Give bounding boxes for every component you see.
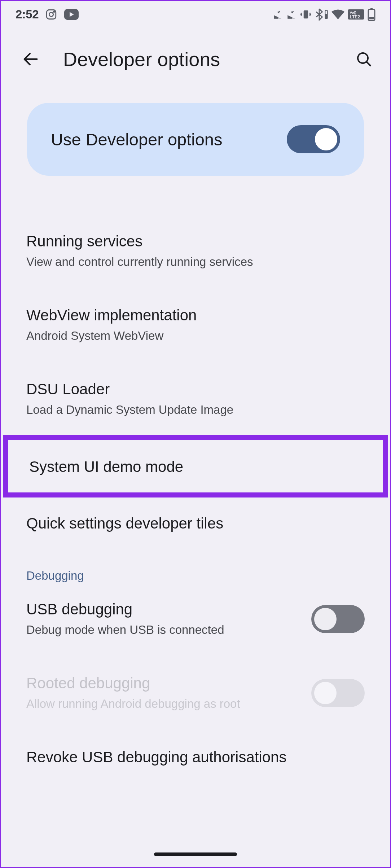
item-title: WebView implementation bbox=[26, 306, 365, 325]
bluetooth-icon bbox=[315, 8, 328, 21]
item-title: Quick settings developer tiles bbox=[26, 514, 365, 533]
item-title: System UI demo mode bbox=[29, 457, 362, 477]
search-icon bbox=[355, 51, 373, 68]
master-toggle-card[interactable]: Use Developer options bbox=[27, 103, 364, 176]
svg-rect-6 bbox=[325, 14, 328, 19]
vibrate-icon bbox=[300, 9, 311, 20]
rooted-debugging-switch bbox=[311, 679, 365, 707]
switch-knob bbox=[314, 608, 337, 630]
item-usb-debugging[interactable]: USB debugging Debug mode when USB is con… bbox=[1, 587, 390, 652]
svg-text:Vo)): Vo)) bbox=[350, 10, 356, 14]
item-subtitle: View and control currently running servi… bbox=[26, 254, 365, 270]
item-title: USB debugging bbox=[26, 600, 303, 619]
item-revoke-usb-auth[interactable]: Revoke USB debugging authorisations bbox=[1, 735, 390, 781]
back-button[interactable] bbox=[20, 48, 41, 70]
call-icon-2 bbox=[287, 9, 297, 19]
item-rooted-debugging: Rooted debugging Allow running Android d… bbox=[1, 661, 390, 725]
item-title: Rooted debugging bbox=[26, 674, 303, 693]
item-quick-settings-tiles[interactable]: Quick settings developer tiles bbox=[1, 501, 390, 547]
master-toggle-label: Use Developer options bbox=[51, 130, 223, 149]
status-right: Vo))LTE2 bbox=[273, 8, 375, 21]
svg-rect-4 bbox=[304, 10, 308, 19]
switch-knob bbox=[315, 128, 337, 150]
item-webview-implementation[interactable]: WebView implementation Android System We… bbox=[1, 293, 390, 358]
call-icon bbox=[273, 9, 283, 19]
item-running-services[interactable]: Running services View and control curren… bbox=[1, 219, 390, 284]
page-title: Developer options bbox=[63, 48, 331, 70]
item-system-ui-demo-mode[interactable]: System UI demo mode bbox=[3, 435, 388, 497]
item-title: Revoke USB debugging authorisations bbox=[26, 748, 365, 767]
item-dsu-loader[interactable]: DSU Loader Load a Dynamic System Update … bbox=[1, 367, 390, 431]
battery-icon bbox=[368, 8, 375, 21]
arrow-left-icon bbox=[21, 50, 40, 69]
item-title: DSU Loader bbox=[26, 380, 365, 399]
instagram-icon bbox=[45, 8, 57, 21]
status-time: 2:52 bbox=[16, 8, 39, 21]
item-subtitle: Android System WebView bbox=[26, 328, 365, 344]
svg-point-2 bbox=[53, 11, 54, 12]
wifi-icon bbox=[331, 9, 344, 19]
section-header-debugging: Debugging bbox=[1, 547, 390, 587]
svg-point-1 bbox=[49, 12, 53, 16]
search-button[interactable] bbox=[353, 48, 375, 70]
status-left: 2:52 bbox=[16, 8, 79, 21]
svg-rect-12 bbox=[369, 17, 374, 19]
app-bar: Developer options bbox=[1, 26, 390, 81]
item-title: Running services bbox=[26, 232, 365, 251]
youtube-icon bbox=[64, 9, 79, 20]
usb-debugging-switch[interactable] bbox=[311, 605, 365, 633]
home-indicator[interactable] bbox=[154, 852, 237, 856]
master-toggle-switch[interactable] bbox=[287, 125, 340, 153]
settings-list: Running services View and control curren… bbox=[1, 219, 390, 781]
volte-icon: Vo))LTE2 bbox=[348, 9, 364, 20]
item-subtitle: Debug mode when USB is connected bbox=[26, 622, 303, 638]
item-subtitle: Load a Dynamic System Update Image bbox=[26, 402, 365, 418]
switch-knob bbox=[314, 682, 337, 704]
svg-text:LTE2: LTE2 bbox=[350, 14, 360, 19]
item-subtitle: Allow running Android debugging as root bbox=[26, 696, 303, 712]
status-bar: 2:52 Vo))LTE2 bbox=[1, 1, 390, 26]
svg-rect-11 bbox=[370, 8, 373, 10]
